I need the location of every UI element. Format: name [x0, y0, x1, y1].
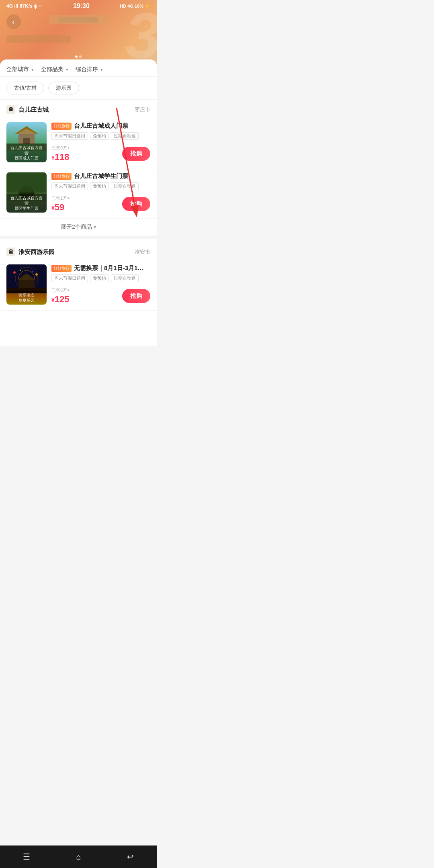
product-title-1: 台儿庄古城成人门票 — [74, 122, 128, 130]
venue-section-taierzhuang: 🏛 台儿庄古城 枣庄市 台儿庄古城官方自营 景区成人门票 — [0, 100, 157, 242]
city-filter-chevron: ▼ — [31, 68, 35, 72]
tag-amusement-park[interactable]: 游乐园 — [48, 82, 79, 94]
product-bottom-2: 已售1万+ ¥59 抢购 — [51, 195, 150, 213]
buy-button-2[interactable]: 抢购 — [122, 197, 150, 211]
tag-auto-refund-2: 过期自动退 — [111, 182, 139, 190]
price-area-1: 已售9万+ ¥118 — [51, 145, 70, 162]
price-area-2: 已售1万+ ¥59 — [51, 195, 70, 213]
sort-filter[interactable]: 综合排序 ▼ — [76, 66, 104, 73]
status-time: 19:30 — [73, 2, 90, 10]
header-title-censored — [49, 15, 108, 24]
product-card-adult-ticket: 台儿庄古城官方自营 景区成人门票 好好旅行 台儿庄古城成人门票 周末节假日通用 … — [0, 118, 157, 168]
product-tags-3: 周末节假日通用 免预约 过期自动退 — [51, 274, 150, 282]
product-card-huaian: 营乐淮安 华夏乐园 好好旅行 无需换票｜8月1日-3月1… 周末节假日通用 免预… — [0, 260, 157, 311]
city-filter[interactable]: 全部城市 ▼ — [6, 66, 35, 73]
header-subtitle-censored — [6, 35, 71, 43]
tag-auto-refund-1: 过期自动退 — [111, 132, 139, 140]
product-image-overlay-2: 台儿庄古城官方自营 景区学生门票 — [6, 194, 47, 213]
product-info-1: 好好旅行 台儿庄古城成人门票 周末节假日通用 免预约 过期自动退 已售9万+ ¥… — [51, 122, 150, 162]
status-left: 4G ıll 87K/s ψ ··· — [6, 3, 43, 9]
sold-count-1: 已售9万+ — [51, 145, 70, 151]
product-image-3[interactable]: 营乐淮安 华夏乐园 — [6, 264, 47, 305]
buy-button-3[interactable]: 抢购 — [122, 289, 150, 303]
product-badge-1: 好好旅行 — [51, 123, 72, 130]
product-bottom-3: 已售3万+ ¥125 抢购 — [51, 287, 150, 305]
venue-section-huaian: 🏛 淮安西游乐园 淮安市 — [0, 242, 157, 314]
venue-name-label-2: 淮安西游乐园 — [18, 248, 55, 256]
product-image-2[interactable]: 台儿庄古城官方自营 景区学生门票 — [6, 172, 47, 213]
img-overlay-line1-3: 营乐淮安 — [9, 293, 44, 298]
img-overlay-line2-3: 华夏乐园 — [9, 298, 44, 303]
category-filter-label: 全部品类 — [41, 66, 63, 73]
product-bottom-1: 已售9万+ ¥118 抢购 — [51, 145, 150, 162]
tag-weekend-3: 周末节假日通用 — [51, 274, 88, 282]
price-3: ¥125 — [51, 294, 70, 305]
tag-weekend-2: 周末节假日通用 — [51, 182, 88, 190]
venue-header-1: 🏛 台儿庄古城 枣庄市 — [0, 100, 157, 118]
img-overlay-line2: 景区成人门票 — [9, 156, 44, 161]
product-tags-1: 周末节假日通用 免预约 过期自动退 — [51, 132, 150, 140]
category-filter-chevron: ▼ — [65, 68, 69, 72]
product-image-overlay-3: 营乐淮安 华夏乐园 — [6, 291, 47, 305]
tag-row: 古镇/古村 游乐园 — [0, 77, 157, 100]
venue-name-2: 🏛 淮安西游乐园 — [6, 248, 55, 256]
tag-no-reserve-1: 免预约 — [90, 132, 109, 140]
img-overlay-line1-2: 台儿庄古城官方自营 — [9, 195, 44, 206]
venue-city-1: 枣庄市 — [135, 106, 150, 113]
svg-point-20 — [20, 270, 21, 271]
sold-count-2: 已售1万+ — [51, 195, 70, 201]
product-card-student-ticket: 台儿庄古城官方自营 景区学生门票 好好旅行 台儿庄古城学生门票 周末节假日通用 … — [0, 168, 157, 219]
sort-filter-label: 综合排序 — [76, 66, 98, 73]
product-title-3: 无需换票｜8月1日-3月1… — [74, 264, 143, 272]
product-title-row-2: 好好旅行 台儿庄古城学生门票 — [51, 172, 150, 180]
venue-name-1: 🏛 台儿庄古城 — [6, 105, 49, 114]
product-info-2: 好好旅行 台儿庄古城学生门票 周末节假日通用 免预约 过期自动退 已售1万+ ¥… — [51, 172, 150, 213]
expand-label: 展开2个商品 — [61, 223, 92, 231]
tag-no-reserve-3: 免预约 — [90, 274, 109, 282]
product-info-3: 好好旅行 无需换票｜8月1日-3月1… 周末节假日通用 免预约 过期自动退 已售… — [51, 264, 150, 305]
venue-name-label-1: 台儿庄古城 — [18, 106, 49, 114]
img-overlay-line1: 台儿庄古城官方自营 — [9, 145, 44, 156]
tag-ancient-town[interactable]: 古镇/古村 — [6, 82, 44, 94]
tag-weekend-1: 周末节假日通用 — [51, 132, 88, 140]
buy-button-1[interactable]: 抢购 — [122, 147, 150, 161]
img-overlay-line2-2: 景区学生门票 — [9, 206, 44, 211]
status-bar: 4G ıll 87K/s ψ ··· 19:30 HD 4G 16% ⚡ — [0, 0, 157, 11]
expand-products-row[interactable]: 展开2个商品 ▾ — [0, 219, 157, 239]
status-right: HD 4G 16% ⚡ — [120, 4, 150, 9]
tag-ancient-town-label: 古镇/古村 — [14, 85, 37, 91]
price-area-3: 已售3万+ ¥125 — [51, 287, 70, 305]
svg-point-22 — [35, 273, 38, 276]
category-filter[interactable]: 全部品类 ▼ — [41, 66, 69, 73]
tag-auto-refund-3: 过期自动退 — [111, 274, 139, 282]
city-filter-label: 全部城市 — [6, 66, 29, 73]
expand-chevron: ▾ — [94, 224, 96, 230]
price-2: ¥59 — [51, 202, 70, 213]
svg-point-21 — [32, 271, 33, 272]
product-title-2: 台儿庄古城学生门票 — [74, 172, 128, 180]
venue-icon-1: 🏛 — [6, 105, 15, 114]
main-content: 全部城市 ▼ 全部品类 ▼ 综合排序 ▼ 古镇/古村 游乐园 🏛 台儿庄古城 枣… — [0, 59, 157, 346]
product-tags-2: 周末节假日通用 免预约 过期自动退 — [51, 182, 150, 190]
product-image-overlay-1: 台儿庄古城官方自营 景区成人门票 — [6, 143, 47, 162]
product-image-1[interactable]: 台儿庄古城官方自营 景区成人门票 — [6, 122, 47, 162]
tag-no-reserve-2: 免预约 — [90, 182, 109, 190]
svg-rect-12 — [8, 172, 45, 192]
price-1: ¥118 — [51, 152, 70, 162]
filter-row: 全部城市 ▼ 全部品类 ▼ 综合排序 ▼ — [0, 59, 157, 77]
svg-point-19 — [13, 271, 16, 274]
product-badge-3: 好好旅行 — [51, 265, 72, 272]
venue-icon-2: 🏛 — [6, 248, 15, 256]
product-title-row-1: 好好旅行 台儿庄古城成人门票 — [51, 122, 150, 130]
product-title-row-3: 好好旅行 无需换票｜8月1日-3月1… — [51, 264, 150, 272]
venue-header-2: 🏛 淮安西游乐园 淮安市 — [0, 242, 157, 260]
header-dots — [75, 55, 82, 58]
tag-amusement-park-label: 游乐园 — [56, 85, 72, 91]
back-button[interactable]: ‹ — [6, 14, 21, 29]
sold-count-3: 已售3万+ — [51, 287, 70, 293]
product-badge-2: 好好旅行 — [51, 173, 72, 180]
svg-rect-16 — [18, 280, 35, 288]
sort-filter-chevron: ▼ — [100, 68, 104, 72]
venue-city-2: 淮安市 — [135, 248, 150, 256]
